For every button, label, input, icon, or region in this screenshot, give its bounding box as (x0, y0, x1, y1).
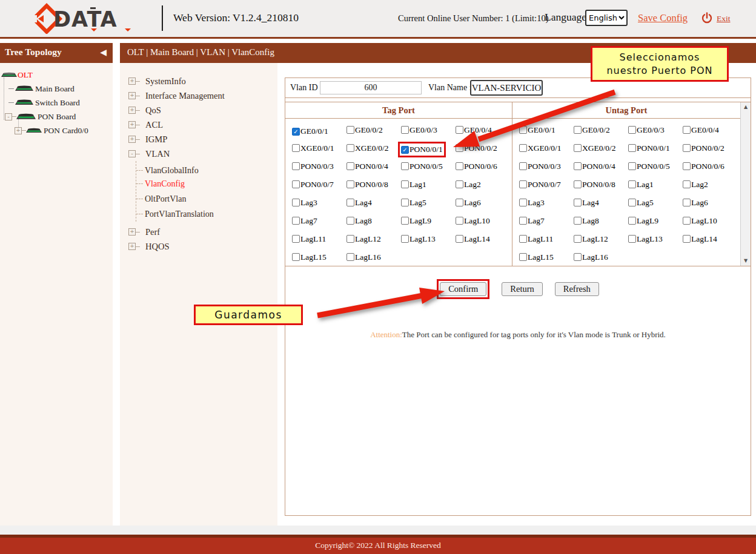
untag-port-Lag5[interactable]: Lag5 (628, 198, 654, 208)
vlan-name-input[interactable] (470, 80, 543, 96)
checkbox-unchecked-icon[interactable] (574, 235, 582, 243)
checkbox-unchecked-icon[interactable] (628, 217, 636, 225)
expand-expander-icon[interactable]: + (128, 243, 136, 250)
untag-port-LagL12[interactable]: LagL12 (574, 234, 608, 244)
checkbox-unchecked-icon[interactable] (346, 235, 354, 243)
checkbox-unchecked-icon[interactable] (456, 217, 463, 225)
checkbox-unchecked-icon[interactable] (292, 235, 300, 243)
checkbox-unchecked-icon[interactable] (346, 144, 354, 152)
tree-item-switch-board[interactable]: Switch Board (0, 96, 113, 110)
exit-link[interactable]: Exit (717, 14, 731, 24)
tag-port-GE0/0/1[interactable]: ✓GE0/0/1 (292, 127, 328, 136)
vlan-id-input[interactable] (320, 81, 422, 94)
checkbox-unchecked-icon[interactable] (292, 180, 300, 188)
save-config-link[interactable]: Save Config (638, 12, 688, 24)
checkbox-unchecked-icon[interactable] (683, 217, 691, 225)
untag-port-GE0/0/3[interactable]: GE0/0/3 (628, 125, 665, 135)
checkbox-unchecked-icon[interactable] (456, 180, 463, 188)
tag-port-GE0/0/4[interactable]: GE0/0/4 (456, 125, 492, 135)
tag-port-Lag2[interactable]: Lag2 (456, 180, 481, 190)
submenu-item-oltportvlan[interactable]: OltPortVlan (136, 191, 277, 206)
menu-item-interface-management[interactable]: + Interface Management (120, 88, 277, 103)
expand-expander-icon[interactable]: + (128, 107, 136, 114)
tag-port-LagL12[interactable]: LagL12 (346, 234, 381, 244)
checkbox-unchecked-icon[interactable] (292, 162, 300, 170)
checkbox-unchecked-icon[interactable] (346, 199, 354, 206)
tag-port-GE0/0/3[interactable]: GE0/0/3 (401, 125, 437, 135)
checkbox-unchecked-icon[interactable] (574, 199, 582, 206)
checkbox-unchecked-icon[interactable] (574, 180, 582, 188)
expand-expander-icon[interactable]: + (128, 121, 136, 128)
expand-expander-icon[interactable]: + (128, 77, 136, 85)
expand-expander-icon[interactable]: + (15, 127, 22, 134)
menu-item-acl[interactable]: + ACL (120, 117, 277, 132)
tree-item-olt[interactable]: OLT (0, 68, 113, 82)
tag-port-Lag6[interactable]: Lag6 (456, 198, 481, 208)
checkbox-unchecked-icon[interactable] (346, 217, 354, 225)
tag-port-Lag3[interactable]: Lag3 (292, 198, 317, 208)
tag-port-LagL15[interactable]: LagL15 (292, 252, 327, 262)
checkbox-unchecked-icon[interactable] (683, 235, 691, 243)
tag-port-PON0/0/7[interactable]: PON0/0/7 (292, 180, 334, 190)
untag-port-Lag7[interactable]: Lag7 (519, 216, 545, 226)
checkbox-unchecked-icon[interactable] (628, 180, 636, 188)
untag-port-Lag3[interactable]: Lag3 (519, 198, 545, 208)
checkbox-unchecked-icon[interactable] (519, 126, 527, 134)
tree-item-main-board[interactable]: Main Board (0, 82, 113, 96)
checkbox-unchecked-icon[interactable] (628, 144, 636, 152)
tag-port-Lag1[interactable]: Lag1 (401, 180, 426, 190)
checkbox-unchecked-icon[interactable] (292, 199, 300, 206)
checkbox-unchecked-icon[interactable] (401, 126, 409, 134)
checkbox-unchecked-icon[interactable] (574, 144, 582, 152)
untag-port-LagL11[interactable]: LagL11 (519, 234, 553, 244)
checkbox-unchecked-icon[interactable] (683, 144, 691, 152)
tag-port-PON0/0/4[interactable]: PON0/0/4 (346, 162, 388, 171)
menu-item-qos[interactable]: + QoS (120, 103, 277, 117)
checkbox-unchecked-icon[interactable] (574, 126, 582, 134)
checkbox-unchecked-icon[interactable] (401, 235, 409, 243)
confirm-button[interactable]: Confirm (440, 282, 486, 296)
checkbox-unchecked-icon[interactable] (519, 162, 527, 170)
tag-port-Lag7[interactable]: Lag7 (292, 216, 317, 226)
tag-port-LagL10[interactable]: LagL10 (456, 216, 490, 226)
checkbox-unchecked-icon[interactable] (292, 253, 300, 261)
table-scrollbar[interactable]: ▲ ▼ (740, 102, 751, 266)
expand-expander-icon[interactable]: + (128, 92, 136, 99)
checkbox-unchecked-icon[interactable] (628, 235, 636, 243)
tag-port-LagL13[interactable]: LagL13 (401, 234, 436, 244)
checkbox-unchecked-icon[interactable] (683, 180, 691, 188)
menu-item-hqos[interactable]: + HQOS (120, 239, 277, 254)
tag-port-PON0/0/3[interactable]: PON0/0/3 (292, 162, 334, 171)
tag-port-LagL14[interactable]: LagL14 (456, 234, 490, 244)
tag-port-PON0/0/2[interactable]: PON0/0/2 (456, 143, 497, 153)
refresh-button[interactable]: Refresh (555, 282, 599, 296)
checkbox-unchecked-icon[interactable] (346, 126, 354, 134)
tag-port-PON0/0/6[interactable]: PON0/0/6 (456, 162, 497, 171)
collapse-expander-icon[interactable]: - (128, 150, 136, 157)
checkbox-unchecked-icon[interactable] (519, 199, 527, 206)
checkbox-checked-icon[interactable]: ✓ (292, 128, 300, 136)
untag-port-PON0/0/4[interactable]: PON0/0/4 (574, 162, 615, 171)
checkbox-unchecked-icon[interactable] (401, 162, 409, 170)
language-select[interactable]: English (585, 10, 628, 26)
checkbox-unchecked-icon[interactable] (292, 217, 300, 225)
untag-port-PON0/0/5[interactable]: PON0/0/5 (628, 162, 670, 171)
tag-port-PON0/0/1[interactable]: ✓PON0/0/1 (401, 145, 443, 154)
untag-port-LagL13[interactable]: LagL13 (628, 234, 663, 244)
checkbox-unchecked-icon[interactable] (346, 162, 354, 170)
checkbox-unchecked-icon[interactable] (456, 126, 463, 134)
checkbox-unchecked-icon[interactable] (456, 199, 463, 206)
tag-port-XGE0/0/1[interactable]: XGE0/0/1 (292, 143, 334, 153)
checkbox-unchecked-icon[interactable] (456, 162, 463, 170)
untag-port-PON0/0/2[interactable]: PON0/0/2 (683, 143, 724, 153)
checkbox-unchecked-icon[interactable] (574, 217, 582, 225)
collapse-expander-icon[interactable]: - (5, 113, 12, 120)
collapse-sidebar-icon[interactable]: ◀ (100, 47, 107, 57)
untag-port-Lag8[interactable]: Lag8 (574, 216, 599, 226)
checkbox-unchecked-icon[interactable] (456, 144, 463, 152)
untag-port-XGE0/0/2[interactable]: XGE0/0/2 (574, 143, 616, 153)
scroll-up-icon[interactable]: ▲ (741, 102, 751, 112)
untag-port-Lag4[interactable]: Lag4 (574, 198, 599, 208)
tag-port-PON0/0/5[interactable]: PON0/0/5 (401, 162, 443, 171)
expand-expander-icon[interactable]: + (128, 136, 136, 143)
